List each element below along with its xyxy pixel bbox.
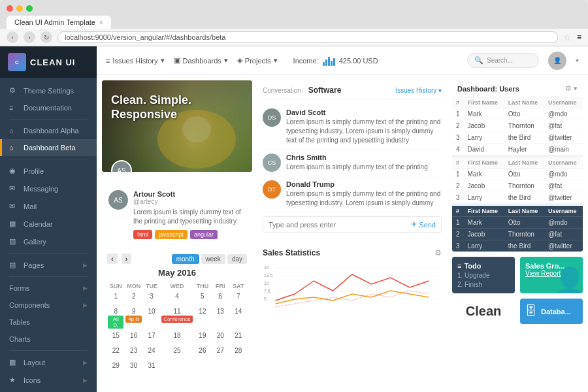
browser-tab[interactable]: Clean UI Admin Template × bbox=[7, 16, 111, 29]
table-row: 1MarkOtto@mdo bbox=[452, 108, 583, 120]
sales-gear-icon[interactable]: ⚙ bbox=[434, 248, 442, 257]
cal-day-21[interactable]: 21 bbox=[230, 331, 247, 345]
cal-day-28[interactable]: 28 bbox=[230, 346, 247, 360]
cal-day-9[interactable]: 94p llt bbox=[125, 306, 142, 330]
sidebar-item-pages[interactable]: ▤ Pages ▶ bbox=[0, 256, 97, 274]
cal-day-19[interactable]: 19 bbox=[194, 331, 211, 345]
cal-day-12[interactable]: 12 bbox=[194, 306, 211, 330]
cal-day-31[interactable]: 31 bbox=[143, 361, 160, 375]
sidebar-item-label: Dashboard Beta bbox=[24, 144, 76, 152]
forward-button[interactable]: › bbox=[24, 31, 35, 43]
nav-link-projects[interactable]: ◈ Projects ▾ bbox=[237, 56, 278, 65]
cal-day-20[interactable]: 20 bbox=[212, 331, 229, 345]
sidebar-section-main: ⚙ Theme Settings ≡ Documentation ⌂ Dashb… bbox=[0, 78, 97, 392]
sidebar-item-mail[interactable]: ✉ Mail bbox=[0, 197, 97, 215]
sidebar-item-label: Gallery bbox=[24, 238, 46, 246]
cal-prev-button[interactable]: ‹ bbox=[107, 253, 118, 264]
browser-chrome: Clean UI Admin Template × bbox=[0, 0, 588, 29]
chevron-down-icon[interactable]: ▾ bbox=[576, 57, 579, 64]
cal-day-29[interactable]: 29 bbox=[107, 361, 124, 375]
cal-day-13[interactable]: 13 bbox=[212, 306, 229, 330]
cal-day-27[interactable]: 27 bbox=[212, 346, 229, 360]
dot-close[interactable] bbox=[7, 5, 13, 12]
issues-history-link[interactable]: Issues History ▾ bbox=[395, 87, 442, 94]
cal-header-wed: WED bbox=[161, 282, 193, 291]
sidebar-divider bbox=[9, 276, 88, 277]
send-button[interactable]: ✈ Send bbox=[411, 220, 436, 229]
cal-day-23[interactable]: 23 bbox=[125, 346, 142, 360]
tab-close-icon[interactable]: × bbox=[99, 19, 103, 26]
cal-day-26[interactable]: 26 bbox=[194, 346, 211, 360]
sidebar-item-documentation[interactable]: ≡ Documentation bbox=[0, 99, 97, 116]
cal-day-5[interactable]: 5 bbox=[194, 291, 211, 306]
user-avatar[interactable]: 👤 bbox=[548, 52, 566, 70]
cal-day-16[interactable]: 16 bbox=[125, 331, 142, 345]
nav-link-issues[interactable]: ≡ Issues History ▾ bbox=[106, 56, 165, 65]
author-desc: Lorem ipsum is simply dummy text of the … bbox=[133, 208, 246, 226]
cal-day-10[interactable]: 10 bbox=[143, 306, 160, 330]
cal-day-4[interactable]: 4 bbox=[161, 291, 193, 306]
sidebar-item-forms[interactable]: Forms ▶ bbox=[0, 280, 97, 297]
cal-day-30[interactable]: 30 bbox=[125, 361, 142, 375]
chart-area: 16 13.5 10 7.5 5 bbox=[263, 261, 442, 314]
cal-day-8[interactable]: 8All D. bbox=[107, 306, 124, 330]
chat-input-field[interactable] bbox=[269, 221, 407, 229]
project-icon: ◈ bbox=[237, 56, 242, 65]
cal-day-18[interactable]: 18 bbox=[161, 331, 193, 345]
calendar-grid: SUN MON TUE WED THU FRI SAT 1 2 3 4 5 6 bbox=[107, 282, 247, 375]
col-num: # bbox=[452, 206, 464, 217]
sidebar-item-theme-settings[interactable]: ⚙ Theme Settings bbox=[0, 82, 97, 99]
back-button[interactable]: ‹ bbox=[7, 31, 18, 43]
cal-day-17[interactable]: 17 bbox=[143, 331, 160, 345]
cal-day-24[interactable]: 24 bbox=[143, 346, 160, 360]
sidebar-item-icons[interactable]: ★ Icons ▶ bbox=[0, 371, 97, 389]
cal-day-11[interactable]: 11Conference bbox=[161, 306, 193, 330]
search-box[interactable]: 🔍 Search... bbox=[467, 53, 539, 68]
sidebar-item-dashboard-beta[interactable]: ⌂ Dashboard Beta bbox=[0, 139, 97, 156]
dot-minimize[interactable] bbox=[16, 5, 23, 12]
refresh-button[interactable]: ↻ bbox=[41, 31, 52, 43]
sidebar-item-layout[interactable]: ▩ Layout ▶ bbox=[0, 353, 97, 371]
period-week-button[interactable]: week bbox=[201, 254, 225, 264]
cal-day-22[interactable]: 22 bbox=[107, 346, 124, 360]
cal-day-14[interactable]: 14 bbox=[230, 306, 247, 330]
sidebar-item-label: Layout bbox=[24, 359, 45, 367]
sidebar-item-label: Charts bbox=[9, 335, 30, 343]
sidebar-item-messaging[interactable]: ✉ Messaging bbox=[0, 180, 97, 197]
sidebar-item-typography[interactable]: T Typography bbox=[0, 389, 97, 392]
period-month-button[interactable]: month bbox=[172, 254, 199, 264]
cal-day-1[interactable]: 1 bbox=[107, 291, 124, 306]
cal-header-sat: SAT bbox=[230, 282, 247, 291]
period-day-button[interactable]: day bbox=[227, 254, 247, 264]
table-row: 2JacobThornton@fat bbox=[452, 120, 583, 132]
sidebar-divider bbox=[9, 253, 88, 253]
dot-maximize[interactable] bbox=[26, 5, 33, 12]
cal-day-6[interactable]: 6 bbox=[212, 291, 229, 306]
sidebar-item-label: Icons bbox=[24, 376, 41, 384]
cal-day-15[interactable]: 15 bbox=[107, 331, 124, 345]
sidebar-item-tables[interactable]: Tables bbox=[0, 314, 97, 331]
cal-day-2[interactable]: 2 bbox=[125, 291, 142, 306]
chat-input-area[interactable]: ✈ Send bbox=[263, 216, 442, 233]
bookmark-icon[interactable]: ☆ bbox=[563, 32, 572, 42]
nav-link-dashboards[interactable]: ▣ Dashboards ▾ bbox=[174, 56, 228, 65]
cal-next-button[interactable]: › bbox=[122, 253, 132, 264]
tag-javascript: javascript bbox=[155, 230, 188, 239]
sidebar-logo[interactable]: C CLEAN UI bbox=[0, 46, 97, 78]
gear-icon: ⚙ bbox=[9, 86, 18, 95]
income-value: 425.00 USD bbox=[339, 57, 378, 65]
table-row-dark: 1MarkOtto@mdo bbox=[452, 217, 583, 229]
sidebar-item-calendar[interactable]: ▦ Calendar bbox=[0, 215, 97, 233]
users-gear-icon[interactable]: ⚙ ▾ bbox=[565, 84, 578, 93]
menu-icon[interactable]: ≡ bbox=[577, 33, 581, 42]
sidebar-item-profile[interactable]: ◉ Profile bbox=[0, 162, 97, 180]
sidebar-item-components[interactable]: Components ▶ bbox=[0, 297, 97, 314]
cal-day-3[interactable]: 3 bbox=[143, 291, 160, 306]
cal-day-7[interactable]: 7 bbox=[230, 291, 247, 306]
address-bar[interactable]: localhost:9000/version_angular/#/dashboa… bbox=[57, 31, 558, 43]
sidebar-item-dashboard-alpha[interactable]: ⌂ Dashboard Alpha bbox=[0, 122, 97, 139]
chat-title-section: Conversation: Software bbox=[263, 86, 341, 95]
cal-day-25[interactable]: 25 bbox=[161, 346, 193, 360]
sidebar-item-charts[interactable]: Charts bbox=[0, 331, 97, 348]
sidebar-item-gallery[interactable]: ▨ Gallery bbox=[0, 233, 97, 250]
